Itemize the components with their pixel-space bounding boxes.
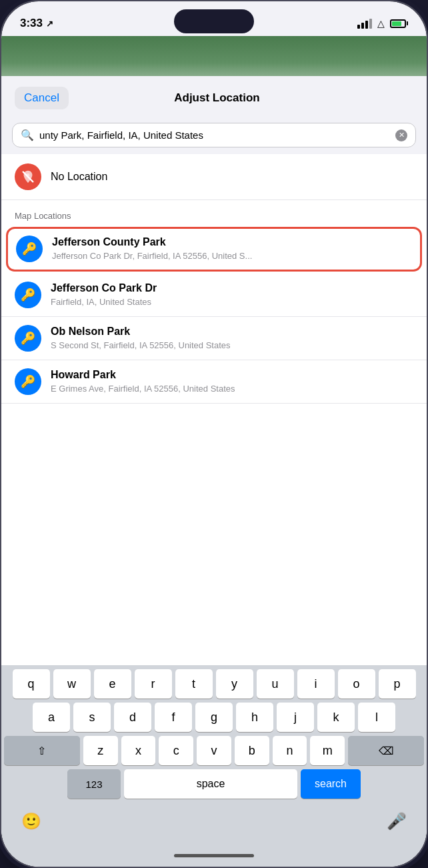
location-info-3: Howard Park E Grimes Ave, Fairfield, IA …	[51, 368, 413, 395]
emoji-icon[interactable]: 🙂	[15, 807, 48, 836]
signal-bar-4	[369, 19, 372, 29]
key-o[interactable]: o	[338, 669, 375, 699]
location-row-2[interactable]: 🔑 Ob Nelson Park S Second St, Fairfield,…	[1, 317, 427, 360]
clear-button[interactable]: ✕	[395, 129, 407, 141]
signal-bar-2	[361, 23, 364, 29]
location-address-0: Jefferson Co Park Dr, Fairfield, IA 5255…	[52, 251, 412, 262]
modal-header: Cancel Adjust Location	[1, 76, 427, 117]
search-bar[interactable]: 🔍 unty Park, Fairfield, IA, United State…	[12, 123, 416, 147]
location-name-3: Howard Park	[51, 368, 413, 382]
key-k[interactable]: k	[317, 703, 355, 732]
pin-icon-1: 🔑	[21, 288, 35, 302]
delete-key[interactable]: ⌫	[348, 736, 424, 765]
battery-fill	[392, 21, 401, 26]
key-z[interactable]: z	[83, 736, 118, 765]
key-h[interactable]: h	[236, 703, 273, 732]
key-c[interactable]: c	[159, 736, 193, 765]
keyboard-bottom-row: 🙂 🎤	[4, 803, 424, 844]
location-info-2: Ob Nelson Park S Second St, Fairfield, I…	[51, 325, 413, 352]
home-indicator	[1, 844, 427, 867]
key-v[interactable]: v	[197, 736, 231, 765]
key-y[interactable]: y	[216, 669, 253, 699]
modal-title: Adjust Location	[174, 91, 259, 105]
results-list: No Location Map Locations 🔑 Jefferson Co…	[1, 154, 427, 665]
search-input[interactable]: unty Park, Fairfield, IA, United States	[39, 129, 390, 141]
battery-body	[390, 19, 406, 28]
key-n[interactable]: n	[273, 736, 307, 765]
location-name-2: Ob Nelson Park	[51, 325, 413, 339]
keyboard: q w e r t y u i o p a s d f g	[1, 665, 427, 844]
key-t[interactable]: t	[175, 669, 213, 699]
no-location-icon	[15, 163, 41, 190]
keyboard-row-3: ⇧ z x c v b n m ⌫	[4, 736, 424, 765]
key-p[interactable]: p	[379, 669, 416, 699]
modal-content: Cancel Adjust Location 🔍 unty Park, Fair…	[1, 76, 427, 867]
key-i[interactable]: i	[297, 669, 335, 699]
key-u[interactable]: u	[257, 669, 294, 699]
no-location-label: No Location	[51, 171, 107, 183]
map-locations-header: Map Locations	[1, 200, 427, 225]
signal-bar-3	[365, 21, 368, 29]
pin-icon-2: 🔑	[21, 331, 35, 346]
cancel-button[interactable]: Cancel	[15, 87, 69, 109]
key-g[interactable]: g	[195, 703, 233, 732]
time-label: 3:33	[20, 17, 43, 30]
location-arrow-icon: ↗	[46, 19, 53, 29]
battery-tip	[407, 21, 408, 25]
location-icon-0: 🔑	[16, 236, 43, 262]
map-background	[1, 36, 427, 76]
location-icon-3: 🔑	[15, 368, 41, 395]
num-key[interactable]: 123	[67, 769, 121, 799]
home-bar	[174, 854, 254, 857]
location-address-3: E Grimes Ave, Fairfield, IA 52556, Unite…	[51, 384, 413, 395]
location-row-1[interactable]: 🔑 Jefferson Co Park Dr Fairfield, IA, Un…	[1, 274, 427, 317]
wifi-icon: △︎	[377, 18, 385, 29]
shift-key[interactable]: ⇧	[4, 736, 80, 765]
location-icon-2: 🔑	[15, 325, 41, 352]
location-row-0[interactable]: 🔑 Jefferson County Park Jefferson Co Par…	[7, 228, 421, 271]
keyboard-row-4: 123 space search	[4, 769, 424, 799]
phone-screen: 3:33 ↗ △︎	[1, 1, 427, 867]
pin-icon-3: 🔑	[21, 374, 35, 389]
search-bar-container: 🔍 unty Park, Fairfield, IA, United State…	[1, 117, 427, 154]
no-location-row[interactable]: No Location	[1, 154, 427, 200]
microphone-icon[interactable]: 🎤	[380, 807, 413, 836]
key-m[interactable]: m	[310, 736, 345, 765]
location-row-3[interactable]: 🔑 Howard Park E Grimes Ave, Fairfield, I…	[1, 360, 427, 404]
search-key[interactable]: search	[301, 769, 361, 799]
status-icons: △︎	[357, 18, 408, 29]
key-s[interactable]: s	[73, 703, 111, 732]
keyboard-row-2: a s d f g h j k l	[4, 703, 424, 732]
key-d[interactable]: d	[114, 703, 151, 732]
location-name-1: Jefferson Co Park Dr	[51, 282, 413, 296]
pin-icon-0: 🔑	[22, 242, 37, 256]
key-w[interactable]: w	[53, 669, 91, 699]
signal-icon	[357, 19, 372, 29]
location-name-0: Jefferson County Park	[52, 236, 412, 250]
no-location-svg	[21, 169, 35, 184]
location-info-1: Jefferson Co Park Dr Fairfield, IA, Unit…	[51, 282, 413, 308]
key-b[interactable]: b	[235, 736, 269, 765]
space-key[interactable]: space	[124, 769, 297, 799]
key-r[interactable]: r	[135, 669, 172, 699]
key-x[interactable]: x	[121, 736, 156, 765]
key-e[interactable]: e	[94, 669, 131, 699]
location-info-0: Jefferson County Park Jefferson Co Park …	[52, 236, 412, 262]
location-address-2: S Second St, Fairfield, IA 52556, United…	[51, 340, 413, 352]
location-address-1: Fairfield, IA, United States	[51, 297, 413, 308]
keyboard-row-1: q w e r t y u i o p	[4, 669, 424, 699]
status-time: 3:33 ↗	[20, 17, 53, 30]
key-a[interactable]: a	[33, 703, 70, 732]
key-l[interactable]: l	[358, 703, 395, 732]
signal-bar-1	[357, 25, 360, 29]
key-f[interactable]: f	[155, 703, 192, 732]
location-icon-1: 🔑	[15, 282, 41, 308]
battery-icon	[390, 19, 408, 28]
phone-frame: 3:33 ↗ △︎	[0, 0, 428, 868]
search-icon: 🔍	[21, 129, 34, 141]
dynamic-island	[174, 9, 254, 33]
key-q[interactable]: q	[13, 669, 50, 699]
key-j[interactable]: j	[277, 703, 314, 732]
